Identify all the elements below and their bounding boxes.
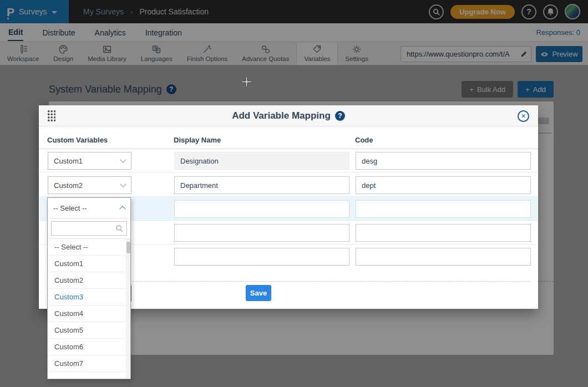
dropdown-option-custom5[interactable]: Custom5 xyxy=(48,322,130,339)
dropdown-scrollbar-track[interactable] xyxy=(126,239,130,379)
dropdown-option-custom2[interactable]: Custom2 xyxy=(48,272,130,289)
drag-handle-icon[interactable] xyxy=(47,110,55,121)
dropdown-option-list: -- Select -- Custom1 Custom2 Custom3 Cus… xyxy=(48,238,130,379)
display-name-input-5[interactable] xyxy=(174,248,349,266)
column-header-display-name: Display Name xyxy=(174,131,221,149)
code-input-2[interactable] xyxy=(356,176,531,194)
display-name-input-3[interactable] xyxy=(174,200,349,218)
dropdown-option-custom4[interactable]: Custom4 xyxy=(48,305,130,322)
chevron-up-icon xyxy=(119,206,125,212)
mapping-row-1: Custom1 xyxy=(39,149,538,172)
save-button[interactable]: Save xyxy=(246,285,271,301)
code-input-3[interactable] xyxy=(356,200,531,218)
display-name-input-2[interactable] xyxy=(174,176,349,194)
modal-header xyxy=(39,105,538,126)
custom-variable-dropdown: -- Select -- -- Select -- Custom1 Custom… xyxy=(47,197,131,379)
dropdown-option-custom1[interactable]: Custom1 xyxy=(48,256,130,272)
code-input-5[interactable] xyxy=(356,248,531,266)
mapping-row-2: Custom2 xyxy=(39,173,538,197)
dropdown-search-input[interactable] xyxy=(55,225,113,233)
code-input-1[interactable] xyxy=(356,152,531,170)
dropdown-search-box xyxy=(51,221,127,236)
chevron-down-icon xyxy=(120,156,126,162)
column-header-custom-variables: Custom Variables xyxy=(47,131,108,149)
search-icon xyxy=(115,225,123,232)
custom-variable-select-3[interactable]: -- Select -- xyxy=(48,198,130,218)
dropdown-option-custom3[interactable]: Custom3 xyxy=(48,289,130,305)
close-icon[interactable]: × xyxy=(518,110,529,122)
app-screen: P Surveys My Surveys › Product Satisfact… xyxy=(0,0,588,387)
dropdown-option-custom6[interactable]: Custom6 xyxy=(48,339,130,355)
dropdown-scrollbar-thumb[interactable] xyxy=(126,242,130,253)
display-name-input-1[interactable] xyxy=(174,152,349,170)
dropdown-option-custom7[interactable]: Custom7 xyxy=(48,355,130,372)
code-input-4[interactable] xyxy=(356,224,531,242)
column-header-code: Code xyxy=(355,131,373,149)
custom-variable-select-2[interactable]: Custom2 xyxy=(48,176,131,194)
dropdown-option-select[interactable]: -- Select -- xyxy=(48,239,130,256)
dropdown-option-partial[interactable] xyxy=(48,372,130,379)
custom-variable-select-1[interactable]: Custom1 xyxy=(48,152,131,170)
modal-help-icon[interactable]: ? xyxy=(335,111,345,121)
chevron-down-icon xyxy=(120,181,126,187)
display-name-input-4[interactable] xyxy=(174,224,349,242)
